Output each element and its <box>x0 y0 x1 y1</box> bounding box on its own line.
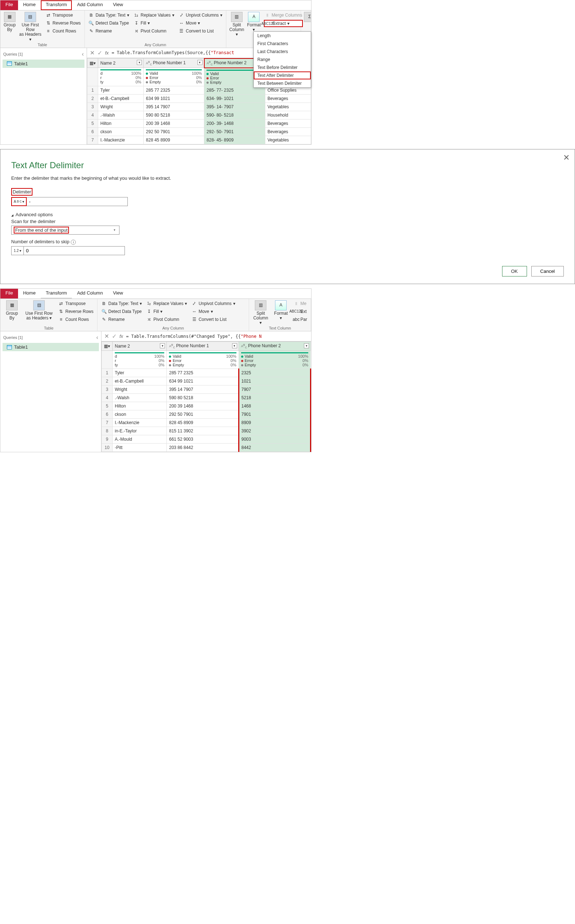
cell-category[interactable]: Vegetables <box>265 103 311 111</box>
cell-phone1[interactable]: 815 11 3902 <box>167 427 238 435</box>
cell-name2[interactable]: et-B.-Campbell <box>113 377 167 385</box>
convert-to-list-button[interactable]: ☰Convert to List <box>191 316 236 323</box>
row-number[interactable]: 10 <box>102 443 113 451</box>
cell-phone2[interactable]: 200- 39- 1468 <box>204 119 265 127</box>
extract-after-delim[interactable]: Text After Delimiter <box>254 71 311 79</box>
row-number[interactable]: 2 <box>102 377 113 385</box>
cell-phone1[interactable]: 395 14 7907 <box>167 385 238 394</box>
tab-file[interactable]: File <box>0 289 18 298</box>
count-rows-button[interactable]: ≡Count Rows <box>57 316 94 323</box>
collapse-pane-icon[interactable]: ‹ <box>82 51 84 57</box>
rename-button[interactable]: ✎Rename <box>100 316 143 323</box>
transpose-button[interactable]: ⇄Transpose <box>57 300 94 307</box>
count-rows-button[interactable]: ≡Count Rows <box>45 28 82 34</box>
statistics-button[interactable]: Σ <box>304 12 311 23</box>
ok-button[interactable]: OK <box>502 266 527 276</box>
formula-text[interactable]: = Table.TransformColumnTypes(Source,{{"T… <box>111 50 234 55</box>
row-number[interactable]: 7 <box>87 136 98 144</box>
cell-name2[interactable]: Wright <box>98 103 144 111</box>
info-icon[interactable]: i <box>71 240 76 245</box>
cell-phone2[interactable]: 2325 <box>238 368 310 377</box>
cell-phone2[interactable]: 1468 <box>238 402 310 410</box>
row-header[interactable]: ▦▾ <box>87 59 98 68</box>
delimiter-type[interactable]: ABC ▾ <box>11 197 27 206</box>
cell-phone1[interactable]: 292 50 7901 <box>144 127 204 136</box>
filter-icon[interactable]: ▾ <box>137 60 142 65</box>
tab-home[interactable]: Home <box>18 0 41 10</box>
cell-category[interactable]: Vegetables <box>265 136 311 144</box>
row-number[interactable]: 4 <box>87 111 98 119</box>
row-number[interactable]: 2 <box>87 94 98 103</box>
cell-name2[interactable]: in-E.-Taylor <box>113 427 167 435</box>
tab-file[interactable]: File <box>0 0 18 10</box>
split-column-button[interactable]: ▥Split Column ▾ <box>252 300 269 325</box>
extract-first-chars[interactable]: First Characters <box>254 40 311 48</box>
tab-addcolumn[interactable]: Add Column <box>72 289 108 298</box>
data-type-button[interactable]: 🗎Data Type: Text ▾ <box>88 12 130 18</box>
cell-phone1[interactable]: 200 39 1468 <box>167 402 238 410</box>
fx-icon[interactable]: fx <box>119 333 123 339</box>
collapse-pane-icon[interactable]: ‹ <box>96 334 98 341</box>
fill-button[interactable]: ↧Fill ▾ <box>146 308 188 315</box>
extract-last-chars[interactable]: Last Characters <box>254 48 311 56</box>
replace-values-button[interactable]: 1₂Replace Values ▾ <box>133 12 175 18</box>
filter-icon[interactable]: ▾ <box>197 60 202 65</box>
row-number[interactable]: 8 <box>102 427 113 435</box>
replace-values-button[interactable]: 1₂Replace Values ▾ <box>146 300 188 307</box>
cell-name2[interactable]: A.-Mould <box>113 435 167 443</box>
cell-name2[interactable]: Wright <box>113 385 167 394</box>
move-button[interactable]: ↔Move ▾ <box>178 20 223 26</box>
cell-category[interactable]: Beverages <box>265 127 311 136</box>
cell-phone1[interactable]: 828 45 8909 <box>144 136 204 144</box>
rename-button[interactable]: ✎Rename <box>88 28 130 34</box>
use-first-row-button[interactable]: ▤Use First Row as Headers ▾ <box>24 300 54 321</box>
cell-phone1[interactable]: 634 99 1021 <box>144 94 204 103</box>
filter-icon[interactable]: ▾ <box>160 343 165 348</box>
cell-category[interactable]: Household <box>265 111 311 119</box>
cancel-formula-icon[interactable]: ✕ <box>90 49 95 56</box>
pivot-column-button[interactable]: ⤭Pivot Column <box>133 28 175 34</box>
fill-button[interactable]: ↧Fill ▾ <box>133 20 175 26</box>
move-button[interactable]: ↔Move ▾ <box>191 308 236 315</box>
row-number[interactable]: 4 <box>102 394 113 402</box>
row-number[interactable]: 1 <box>87 86 98 94</box>
cell-name2[interactable]: Hilton <box>98 119 144 127</box>
cell-phone2[interactable]: 3902 <box>238 427 310 435</box>
extract-button[interactable]: ABC123Ext <box>292 308 308 315</box>
cell-name2[interactable]: et-B.-Campbell <box>98 94 144 103</box>
format-button[interactable]: AFormat▾ <box>272 300 289 321</box>
use-first-row-button[interactable]: ▤Use First Row as Headers ▾ <box>19 12 41 42</box>
scan-direction-select[interactable]: From the end of the input▾ <box>11 225 119 235</box>
cell-category[interactable]: Beverages <box>265 94 311 103</box>
cell-phone1[interactable]: 590 80 5218 <box>167 394 238 402</box>
tab-home[interactable]: Home <box>18 289 41 298</box>
tab-view[interactable]: View <box>108 289 128 298</box>
row-number[interactable]: 5 <box>102 402 113 410</box>
reverse-rows-button[interactable]: ⇅Reverse Rows <box>57 308 94 315</box>
unpivot-columns-button[interactable]: ⤦Unpivot Columns ▾ <box>178 12 223 18</box>
row-number[interactable]: 6 <box>102 410 113 418</box>
commit-formula-icon[interactable]: ✓ <box>112 333 117 340</box>
cell-phone1[interactable]: 292 50 7901 <box>167 410 238 418</box>
split-column-button[interactable]: ▥Split Column ▾ <box>229 12 244 37</box>
cell-name2[interactable]: ckson <box>113 410 167 418</box>
filter-icon[interactable]: ▾ <box>304 343 309 348</box>
cell-phone2[interactable]: 634- 99- 1021 <box>204 94 265 103</box>
skip-type[interactable]: 1.2 ▾ <box>11 246 24 255</box>
col-phone1[interactable]: ABCPhone Number 1▾ <box>144 59 204 68</box>
cell-phone2[interactable]: 9003 <box>238 435 310 443</box>
cancel-button[interactable]: Cancel <box>531 266 564 276</box>
cell-phone2[interactable]: 8909 <box>238 418 310 427</box>
cell-phone1[interactable]: 285 77 2325 <box>167 368 238 377</box>
cell-name2[interactable]: Tyler <box>98 86 144 94</box>
col-phone2[interactable]: ABCPhone Number 2▾ <box>238 342 310 351</box>
unpivot-columns-button[interactable]: ⤦Unpivot Columns ▾ <box>191 300 236 307</box>
row-number[interactable]: 5 <box>87 119 98 127</box>
parse-button[interactable]: abcPar <box>292 316 308 323</box>
group-by-button[interactable]: ▦Group By <box>3 300 21 321</box>
cell-name2[interactable]: .-Walsh <box>113 394 167 402</box>
row-number[interactable]: 9 <box>102 435 113 443</box>
extract-between-delim[interactable]: Text Between Delimiter <box>254 79 311 87</box>
tab-transform[interactable]: Transform <box>41 0 72 10</box>
filter-icon[interactable]: ▾ <box>232 343 237 348</box>
